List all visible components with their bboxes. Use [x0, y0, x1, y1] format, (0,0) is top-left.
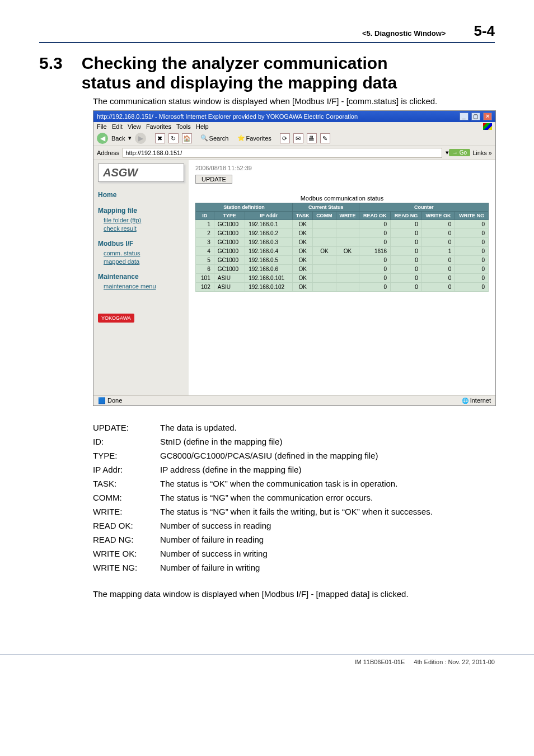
- table-row: 102ASIU192.168.0.102OK0000: [196, 282, 489, 291]
- sidebar: ASGW Home Mapping file file folder (ftp)…: [93, 160, 189, 395]
- footer-edition: 4th Edition : Nov. 22, 2011-00: [414, 659, 495, 665]
- timestamp: 2006/08/18 11:52:39: [195, 165, 489, 171]
- table-row: 1GC1000192.168.0.1OK0000: [196, 220, 489, 228]
- sidebar-mapping-file: Mapping file: [98, 207, 184, 214]
- home-button[interactable]: 🏠: [182, 133, 192, 143]
- search-button[interactable]: 🔍 Search: [200, 134, 229, 142]
- definition-row: UPDATE:The data is updated.: [93, 423, 495, 432]
- print-button[interactable]: 🖶: [307, 133, 317, 143]
- menu-bar: File Edit View Favorites Tools Help: [93, 122, 495, 131]
- links-label[interactable]: Links: [472, 150, 487, 156]
- definition-row: COMM:The status is “NG” when the communi…: [93, 493, 495, 502]
- col-id: ID: [196, 211, 214, 220]
- edit-button[interactable]: ✎: [320, 133, 330, 143]
- toolbar: ◀ Back ▾ ▶ ✖ ↻ 🏠 🔍 Search ⭐ Favorites ⟳ …: [93, 131, 495, 146]
- menu-favorites[interactable]: Favorites: [146, 123, 171, 130]
- col-task: TASK: [293, 211, 313, 220]
- forward-button[interactable]: ▶: [135, 133, 146, 144]
- menu-file[interactable]: File: [97, 123, 107, 130]
- close-button[interactable]: ✕: [483, 113, 492, 120]
- col-type: TYPE: [214, 211, 245, 220]
- table-row: 101ASIU192.168.0.101OK0000: [196, 273, 489, 282]
- table-row: 4GC1000192.168.0.4OKOKOK1616010: [196, 246, 489, 255]
- refresh-button[interactable]: ↻: [168, 133, 179, 143]
- footer-pub: IM 11B06E01-01E: [354, 659, 405, 665]
- definitions: UPDATE:The data is updated.ID:StnID (def…: [93, 423, 495, 572]
- minimize-button[interactable]: _: [460, 113, 469, 120]
- address-bar: Address ▾ → Go Links »: [93, 146, 495, 160]
- table-row: 6GC1000192.168.0.6OK0000: [196, 264, 489, 273]
- window-title: http://192.168.0.151/ - Microsoft Intern…: [97, 113, 358, 120]
- history-button[interactable]: ⟳: [280, 133, 290, 143]
- definition-row: TASK:The status is “OK” when the communi…: [93, 479, 495, 488]
- maximize-button[interactable]: ▢: [471, 113, 480, 120]
- stop-button[interactable]: ✖: [155, 133, 165, 143]
- col-group-station: Station definition: [196, 203, 293, 211]
- definition-row: IP Addr:IP address (define in the mappin…: [93, 465, 495, 474]
- main-panel: 2006/08/18 11:52:39 UPDATE Modbus commun…: [189, 160, 495, 395]
- status-bar: 🟦 Done Internet: [93, 395, 495, 405]
- sidebar-file-folder[interactable]: file folder (ftp): [104, 217, 184, 223]
- update-button[interactable]: UPDATE: [195, 175, 232, 184]
- col-write-ok: WRITE OK: [421, 211, 455, 220]
- page-footer: IM 11B06E01-01E 4th Edition : Nov. 22, 2…: [0, 655, 534, 676]
- sidebar-mapped-data[interactable]: mapped data: [104, 258, 184, 265]
- address-input[interactable]: [123, 148, 442, 158]
- menu-view[interactable]: View: [128, 123, 141, 130]
- definition-row: WRITE NG:Number of failure in writing: [93, 563, 495, 572]
- definition-row: READ OK:Number of success in reading: [93, 521, 495, 530]
- sidebar-comm-status[interactable]: comm. status: [104, 250, 184, 256]
- col-read-ng: READ NG: [391, 211, 422, 220]
- definition-row: WRITE OK:Number of success in writing: [93, 549, 495, 558]
- section-intro: The communication status window is displ…: [93, 96, 495, 106]
- ie-flag-icon: [483, 123, 492, 130]
- modbus-table: Station definition Current Status Counte…: [195, 203, 489, 292]
- asgw-logo: ASGW: [98, 164, 184, 182]
- status-label: Modbus communication status: [195, 195, 489, 202]
- window-titlebar: http://192.168.0.151/ - Microsoft Intern…: [93, 111, 495, 122]
- col-write: WRITE: [336, 211, 359, 220]
- table-row: 2GC1000192.168.0.2OK0000: [196, 228, 489, 237]
- col-comm: COMM: [313, 211, 336, 220]
- go-button[interactable]: → Go: [449, 149, 470, 156]
- mail-button[interactable]: ✉: [293, 133, 303, 143]
- section-number: 5.3: [39, 53, 63, 73]
- yokogawa-badge: YOKOGAWA: [98, 314, 134, 323]
- address-label: Address: [97, 150, 119, 156]
- menu-help[interactable]: Help: [196, 123, 209, 130]
- section-title: Checking the analyzer communication stat…: [82, 53, 397, 93]
- definition-row: READ NG:Number of failure in reading: [93, 535, 495, 544]
- table-row: 3GC1000192.168.0.3OK0000: [196, 237, 489, 246]
- back-button[interactable]: ◀: [97, 133, 108, 144]
- window-buttons: _ ▢ ✕: [458, 113, 492, 120]
- status-zone: Internet: [462, 397, 491, 404]
- sidebar-home[interactable]: Home: [98, 191, 184, 199]
- definition-row: TYPE:GC8000/GC1000/PCAS/ASIU (defined in…: [93, 451, 495, 460]
- trailing-text: The mapping data window is displayed whe…: [93, 589, 495, 599]
- screenshot: http://192.168.0.151/ - Microsoft Intern…: [93, 110, 496, 406]
- menu-tools[interactable]: Tools: [176, 123, 191, 130]
- col-write-ng: WRITE NG: [455, 211, 489, 220]
- status-done: 🟦 Done: [98, 397, 122, 404]
- page-number: 5-4: [474, 22, 495, 40]
- col-group-counter: Counter: [359, 203, 489, 211]
- back-label: Back: [111, 135, 125, 142]
- definition-row: WRITE:The status is “NG” when it fails t…: [93, 507, 495, 516]
- definition-row: ID:StnID (define in the mapping file): [93, 437, 495, 446]
- sidebar-maintenance: Maintenance: [98, 273, 184, 281]
- col-group-current: Current Status: [293, 203, 359, 211]
- col-ip: IP Addr: [245, 211, 293, 220]
- menu-edit[interactable]: Edit: [112, 123, 123, 130]
- favorites-button[interactable]: ⭐ Favorites: [237, 134, 271, 142]
- col-read-ok: READ OK: [359, 211, 391, 220]
- sidebar-modbus-if: Modbus I/F: [98, 240, 184, 248]
- sidebar-check-result[interactable]: check result: [104, 225, 184, 232]
- sidebar-maintenance-menu[interactable]: maintenance menu: [104, 283, 184, 290]
- table-row: 5GC1000192.168.0.5OK0000: [196, 255, 489, 264]
- chapter-ref: <5. Diagnostic Window>: [362, 29, 446, 38]
